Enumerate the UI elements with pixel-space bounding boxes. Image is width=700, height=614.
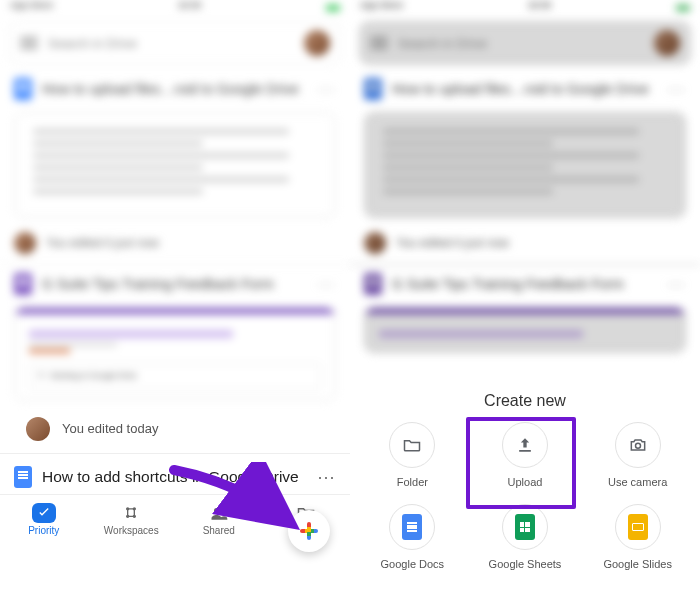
create-use-camera[interactable]: Use camera	[581, 412, 694, 494]
nav-shared[interactable]: Shared	[175, 495, 263, 544]
search-bar-dimmed: Search in Drive	[360, 22, 690, 64]
file-title: G Suite Tips Training Feedback Form	[42, 276, 317, 292]
plus-multicolor-icon	[300, 522, 318, 540]
menu-icon[interactable]	[20, 37, 38, 49]
activity-label: You edited it just now	[46, 236, 159, 250]
workspaces-icon	[121, 503, 141, 523]
create-label: Google Slides	[603, 558, 672, 570]
create-new-sheet: Create new Folder Upload Use camera Goog…	[350, 378, 700, 614]
activity-label: You edited today	[62, 421, 158, 436]
file-row-form[interactable]: G Suite Tips Training Feedback Form ⋯	[0, 265, 350, 303]
file-title: How to add shortcuts in Google Drive	[42, 468, 317, 486]
statusbar-left: App Store	[10, 0, 53, 16]
search-placeholder: Search in Drive	[48, 36, 294, 51]
create-label: Google Sheets	[489, 558, 562, 570]
nav-priority[interactable]: Priority	[0, 495, 88, 544]
battery-icon	[326, 5, 340, 11]
create-folder[interactable]: Folder	[356, 412, 469, 494]
google-forms-icon	[14, 273, 32, 295]
more-icon[interactable]: ⋯	[317, 78, 336, 100]
create-label: Folder	[397, 476, 428, 488]
activity-row-blurred: You edited it just now	[0, 226, 350, 264]
dimmed-background: App Store 16:30 Search in Drive How to u…	[350, 0, 700, 378]
more-icon[interactable]: ⋯	[317, 466, 336, 488]
create-google-sheets[interactable]: Google Sheets	[469, 494, 582, 576]
blurred-upper-content: App Store 16:30 Search in Drive How to u…	[0, 0, 350, 401]
form-heading	[29, 330, 233, 338]
form-preview-card[interactable]: Working in Google Drive	[14, 307, 336, 401]
activity-row: You edited today	[0, 407, 350, 453]
avatar	[14, 232, 36, 254]
nav-workspaces[interactable]: Workspaces	[88, 495, 176, 544]
statusbar-time: 16:30	[178, 0, 201, 16]
status-bar: App Store 16:30	[0, 0, 350, 16]
form-option-text: Working in Google Drive	[50, 371, 137, 380]
google-docs-icon	[14, 78, 32, 100]
svg-point-4	[214, 508, 219, 513]
nav-label: Workspaces	[104, 525, 159, 536]
camera-icon	[628, 435, 648, 455]
create-upload[interactable]: Upload	[469, 412, 582, 494]
battery-icon	[676, 5, 690, 11]
people-icon	[209, 503, 229, 523]
svg-point-5	[220, 509, 224, 513]
file-row-doc2[interactable]: How to add shortcuts in Google Drive ⋯	[0, 454, 350, 494]
svg-point-6	[635, 443, 640, 448]
folder-icon	[402, 435, 422, 455]
google-docs-icon	[402, 514, 422, 540]
check-icon	[36, 505, 52, 521]
create-label: Use camera	[608, 476, 667, 488]
create-google-docs[interactable]: Google Docs	[356, 494, 469, 576]
google-docs-icon	[14, 466, 32, 488]
nav-label: Shared	[203, 525, 235, 536]
fab-new-button[interactable]	[288, 510, 330, 552]
create-google-slides[interactable]: Google Slides	[581, 494, 694, 576]
file-title: How to upload files…roid to Google Drive	[42, 81, 317, 97]
google-slides-icon	[628, 514, 648, 540]
create-label: Google Docs	[381, 558, 445, 570]
google-sheets-icon	[515, 514, 535, 540]
file-row-doc1[interactable]: How to upload files…roid to Google Drive…	[0, 70, 350, 108]
avatar[interactable]	[304, 30, 330, 56]
radio-icon	[38, 372, 44, 378]
screenshot-right-after: App Store 16:30 Search in Drive How to u…	[350, 0, 700, 614]
doc-preview-card[interactable]	[14, 112, 336, 218]
create-label: Upload	[508, 476, 543, 488]
avatar	[26, 417, 50, 441]
nav-label: Priority	[28, 525, 59, 536]
search-bar[interactable]: Search in Drive	[10, 22, 340, 64]
more-icon[interactable]: ⋯	[317, 273, 336, 295]
create-title: Create new	[350, 378, 700, 412]
upload-icon	[515, 435, 535, 455]
screenshot-left-before: App Store 16:30 Search in Drive How to u…	[0, 0, 350, 614]
